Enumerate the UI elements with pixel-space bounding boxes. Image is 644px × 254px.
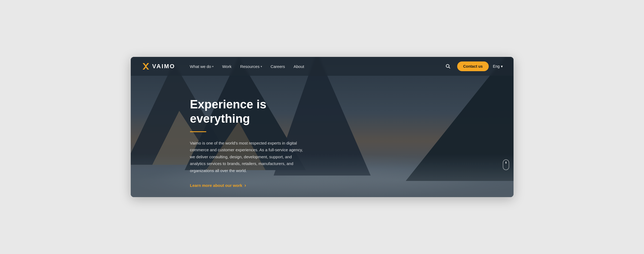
vaimo-logo-icon (142, 62, 150, 71)
scroll-indicator (503, 159, 509, 170)
learn-more-link[interactable]: Learn more about our work › (190, 183, 309, 188)
nav-careers[interactable]: Careers (267, 62, 289, 71)
search-icon (446, 64, 450, 69)
scroll-dot (505, 162, 507, 164)
hero-description: Vaimo is one of the world's most respect… (190, 140, 309, 174)
hero-section: VAIMO What we do ▾ Work Resources ▾ Care… (131, 57, 514, 197)
svg-line-1 (449, 67, 450, 68)
hero-title: Experience is everything (190, 97, 309, 126)
navbar: VAIMO What we do ▾ Work Resources ▾ Care… (131, 57, 514, 76)
contact-button[interactable]: Contact us (457, 61, 488, 71)
chevron-down-icon: ▾ (501, 64, 503, 68)
nav-what-we-do[interactable]: What we do ▾ (186, 62, 217, 71)
hero-content: Experience is everything Vaimo is one of… (131, 76, 319, 197)
hero-divider (190, 131, 206, 132)
arrow-right-icon: › (244, 183, 246, 188)
browser-window: VAIMO What we do ▾ Work Resources ▾ Care… (131, 57, 514, 197)
nav-right: Contact us Eng ▾ (443, 61, 502, 71)
chevron-down-icon: ▾ (212, 65, 213, 68)
nav-resources[interactable]: Resources ▾ (236, 62, 266, 71)
nav-links: What we do ▾ Work Resources ▾ Careers Ab… (186, 62, 443, 71)
nav-about[interactable]: About (290, 62, 308, 71)
chevron-down-icon: ▾ (261, 65, 262, 68)
nav-work[interactable]: Work (218, 62, 235, 71)
search-button[interactable] (443, 61, 453, 71)
logo[interactable]: VAIMO (142, 62, 175, 71)
language-selector[interactable]: Eng ▾ (493, 64, 503, 68)
logo-text: VAIMO (152, 63, 175, 70)
